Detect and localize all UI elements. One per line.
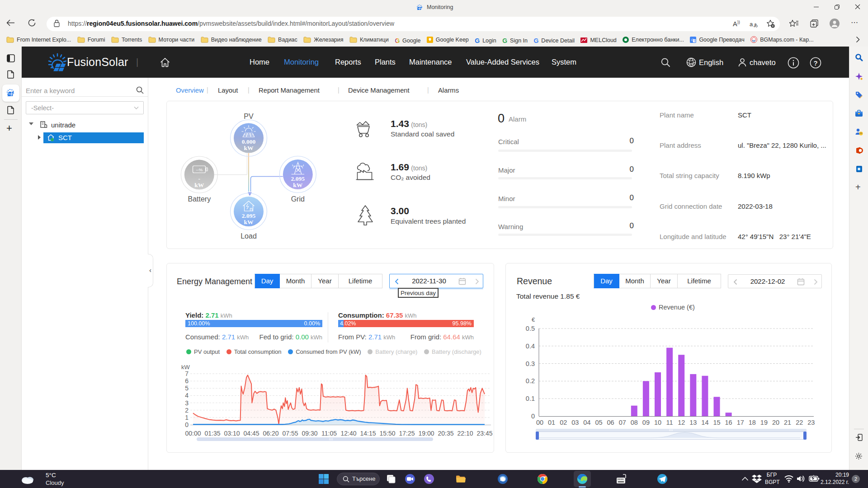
svg-text:10: 10 (654, 419, 661, 426)
svg-text:07: 07 (619, 419, 626, 426)
svg-text:01:35: 01:35 (204, 430, 220, 437)
svg-text:0.2: 0.2 (526, 377, 535, 385)
svg-text:14: 14 (701, 419, 708, 426)
svg-text:20:35: 20:35 (438, 430, 453, 437)
svg-text:kW: kW (194, 182, 204, 188)
svg-text:2.095: 2.095 (291, 175, 305, 182)
svg-text:0.000: 0.000 (242, 138, 256, 145)
svg-text:06:20: 06:20 (263, 430, 278, 437)
svg-text:21: 21 (784, 419, 791, 426)
svg-text:09:30: 09:30 (302, 430, 317, 437)
svg-text:PV: PV (244, 113, 254, 120)
svg-text:04: 04 (583, 419, 590, 426)
svg-text:14:15: 14:15 (360, 430, 376, 437)
svg-text:Grid: Grid (291, 195, 305, 203)
svg-text:0: 0 (531, 413, 535, 420)
svg-text:03:10: 03:10 (224, 430, 240, 437)
svg-text:€: € (532, 316, 535, 323)
svg-text:kW: kW (244, 145, 254, 151)
svg-text:19:00: 19:00 (418, 430, 434, 437)
svg-text:02: 02 (560, 419, 567, 426)
svg-text:1: 1 (185, 414, 189, 421)
svg-text:23: 23 (807, 419, 815, 426)
svg-text:0.3: 0.3 (526, 360, 535, 367)
svg-text:16: 16 (725, 419, 732, 426)
svg-text:01: 01 (548, 419, 555, 426)
svg-text:06: 06 (607, 419, 614, 426)
svg-text:0.4: 0.4 (526, 343, 535, 350)
svg-text:11:05: 11:05 (321, 430, 337, 437)
svg-text:22:10: 22:10 (457, 430, 473, 437)
svg-text:7: 7 (185, 370, 189, 377)
svg-text:Load: Load (241, 232, 257, 240)
svg-text:6: 6 (185, 377, 189, 385)
svg-text:15: 15 (713, 419, 720, 426)
svg-text:18: 18 (749, 419, 756, 426)
svg-text:kW: kW (244, 219, 254, 225)
svg-text:Battery: Battery (188, 195, 211, 203)
svg-text:07:55: 07:55 (282, 430, 298, 437)
svg-text:23:45: 23:45 (476, 430, 492, 437)
svg-text:4: 4 (185, 392, 189, 399)
svg-text:BG: BG (753, 40, 756, 42)
svg-text:17:25: 17:25 (399, 430, 415, 437)
svg-text:15:50: 15:50 (379, 430, 395, 437)
svg-text:00: 00 (536, 419, 543, 426)
svg-text:5: 5 (185, 385, 189, 392)
svg-text:20: 20 (772, 419, 779, 426)
svg-text:kW: kW (181, 364, 190, 371)
svg-text:12:40: 12:40 (340, 430, 356, 437)
svg-text:2.095: 2.095 (242, 212, 256, 219)
svg-text:3: 3 (185, 399, 189, 407)
svg-text:08: 08 (631, 419, 638, 426)
svg-text:-: - (198, 175, 201, 182)
svg-text:0.1: 0.1 (526, 395, 535, 402)
svg-text:19: 19 (760, 419, 768, 426)
svg-text:0.5: 0.5 (526, 325, 535, 332)
svg-text:--%: --% (196, 167, 203, 172)
svg-text:17: 17 (737, 419, 744, 426)
svg-text:0: 0 (185, 421, 189, 428)
svg-text:11: 11 (666, 419, 673, 426)
svg-text:文: 文 (694, 39, 697, 42)
svg-text:kW: kW (293, 182, 303, 188)
svg-text:03: 03 (571, 419, 579, 426)
svg-text:09: 09 (642, 419, 650, 426)
svg-text:00:00: 00:00 (185, 430, 201, 437)
svg-text:04:45: 04:45 (243, 430, 259, 437)
svg-text:05: 05 (595, 419, 602, 426)
svg-text:13: 13 (689, 419, 697, 426)
svg-text:2: 2 (185, 407, 189, 414)
svg-text:22: 22 (796, 419, 803, 426)
svg-text:12: 12 (678, 419, 685, 426)
